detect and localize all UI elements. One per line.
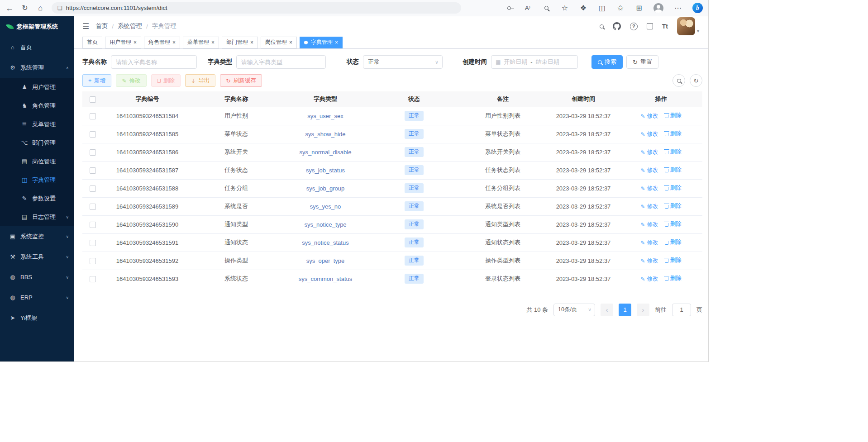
collections-icon[interactable]: ⊞	[635, 5, 643, 12]
reload-icon[interactable]: ↻	[21, 5, 29, 12]
row-delete-link[interactable]: 删除	[665, 184, 682, 192]
sidebar-item-erp[interactable]: ◍ ERP ∨	[0, 287, 74, 308]
breadcrumb-system[interactable]: 系统管理	[118, 22, 142, 30]
row-edit-link[interactable]: ✎修改	[640, 166, 658, 174]
reset-button[interactable]: ↻ 重置	[626, 55, 658, 69]
sidebar-item-tools[interactable]: ⚒ 系统工具 ∨	[0, 247, 74, 267]
next-page-button[interactable]: ›	[637, 304, 649, 316]
header-search-icon[interactable]	[600, 24, 604, 29]
read-aloud-icon[interactable]: A⁾	[524, 5, 532, 11]
row-delete-link[interactable]: 删除	[665, 130, 682, 138]
page-size-select[interactable]: 10条/页 ∨	[553, 304, 595, 316]
close-icon[interactable]: ×	[134, 40, 137, 45]
row-edit-link[interactable]: ✎修改	[640, 275, 658, 283]
sidebar-item-params[interactable]: ✎ 参数设置	[0, 189, 74, 208]
current-page[interactable]: 1	[619, 304, 631, 316]
copilot-icon[interactable]: b	[692, 3, 703, 13]
row-delete-link[interactable]: 删除	[665, 275, 682, 282]
zoom-icon[interactable]	[542, 6, 550, 10]
more-menu-icon[interactable]: ⋯	[674, 5, 682, 12]
split-screen-icon[interactable]: ◫	[598, 5, 606, 12]
dict-type-link[interactable]: sys_common_status	[299, 276, 353, 282]
close-icon[interactable]: ×	[172, 40, 176, 45]
toggle-search-button[interactable]	[672, 74, 685, 87]
row-checkbox[interactable]	[90, 240, 96, 246]
row-checkbox[interactable]	[90, 276, 96, 282]
hamburger-icon[interactable]: ☰	[82, 22, 89, 31]
prev-page-button[interactable]: ‹	[601, 304, 613, 316]
help-icon[interactable]: ?	[630, 23, 638, 30]
row-checkbox[interactable]	[90, 167, 96, 174]
row-checkbox[interactable]	[90, 222, 96, 228]
user-menu[interactable]: ▾	[677, 17, 699, 35]
tab-menus[interactable]: 菜单管理 ×	[183, 37, 219, 48]
close-icon[interactable]: ×	[335, 40, 338, 45]
avatar[interactable]	[677, 17, 695, 35]
tab-users[interactable]: 用户管理 ×	[105, 37, 141, 48]
close-icon[interactable]: ×	[289, 40, 292, 45]
sidebar-item-roles[interactable]: ♞ 角色管理	[0, 96, 74, 115]
sidebar-item-departments[interactable]: ⌥ 部门管理	[0, 133, 74, 152]
tab-departments[interactable]: 部门管理 ×	[222, 37, 258, 48]
row-edit-link[interactable]: ✎修改	[640, 112, 658, 120]
row-edit-link[interactable]: ✎修改	[640, 203, 658, 210]
dict-type-link[interactable]: sys_notice_type	[304, 221, 346, 228]
sidebar-item-menus[interactable]: ≣ 菜单管理	[0, 115, 74, 133]
tab-dict[interactable]: 字典管理 ×	[300, 37, 343, 48]
delete-button[interactable]: 删除	[151, 74, 181, 87]
dict-type-link[interactable]: sys_yes_no	[310, 203, 341, 210]
row-edit-link[interactable]: ✎修改	[640, 257, 658, 265]
tab-roles[interactable]: 角色管理 ×	[144, 37, 180, 48]
refresh-table-button[interactable]: ↻	[690, 74, 702, 87]
close-icon[interactable]: ×	[211, 40, 215, 45]
sidebar-item-bbs[interactable]: ◍ BBS ∨	[0, 267, 74, 287]
sidebar-item-yi[interactable]: ➤ Yi框架	[0, 308, 74, 328]
goto-page-input[interactable]	[672, 304, 691, 316]
sidebar-item-users[interactable]: ♟ 用户管理	[0, 78, 74, 96]
dict-type-link[interactable]: sys_job_group	[306, 185, 345, 192]
row-checkbox[interactable]	[90, 204, 96, 210]
row-delete-link[interactable]: 删除	[665, 257, 682, 264]
row-checkbox[interactable]	[90, 113, 96, 119]
row-edit-link[interactable]: ✎修改	[640, 239, 658, 247]
row-checkbox[interactable]	[90, 258, 96, 264]
row-delete-link[interactable]: 删除	[665, 112, 682, 119]
dict-type-link[interactable]: sys_job_status	[306, 167, 345, 174]
edit-button[interactable]: ✎ 修改	[116, 74, 146, 87]
extensions-icon[interactable]: ❖	[579, 5, 587, 12]
password-key-icon[interactable]	[505, 6, 513, 10]
sidebar-item-system[interactable]: ⚙ 系统管理 ∧	[0, 57, 74, 78]
sidebar-item-monitor[interactable]: ▣ 系统监控 ∨	[0, 226, 74, 247]
row-edit-link[interactable]: ✎修改	[640, 185, 658, 192]
sidebar-item-posts[interactable]: ▤ 岗位管理	[0, 152, 74, 171]
row-checkbox[interactable]	[90, 149, 96, 156]
dict-type-input[interactable]	[236, 55, 326, 69]
browser-home-icon[interactable]: ⌂	[36, 5, 44, 12]
row-checkbox[interactable]	[90, 131, 96, 138]
row-delete-link[interactable]: 删除	[665, 238, 682, 246]
status-select[interactable]: 正常 ∨	[363, 55, 443, 69]
row-checkbox[interactable]	[90, 185, 96, 192]
browser-profile-icon[interactable]	[653, 3, 663, 13]
address-bar[interactable]: ❏ https://ccnetcore.com:1101/system/dict	[52, 2, 461, 14]
dict-type-link[interactable]: sys_show_hide	[305, 131, 346, 138]
back-icon[interactable]: ←	[5, 4, 14, 12]
site-info-icon[interactable]: ❏	[57, 5, 62, 11]
favorites-hub-icon[interactable]: ✩	[616, 5, 625, 12]
row-delete-link[interactable]: 删除	[665, 220, 682, 228]
favorite-star-icon[interactable]: ☆	[561, 5, 569, 12]
sidebar-item-dict[interactable]: ◫ 字典管理	[0, 171, 74, 189]
breadcrumb-home[interactable]: 首页	[95, 22, 108, 30]
font-size-icon[interactable]: Tt	[662, 23, 668, 30]
tab-home[interactable]: 首页	[82, 37, 102, 48]
row-delete-link[interactable]: 删除	[665, 148, 682, 156]
dict-type-link[interactable]: sys_oper_type	[306, 257, 345, 264]
fullscreen-icon[interactable]	[647, 23, 653, 29]
dict-type-link[interactable]: sys_user_sex	[307, 113, 343, 119]
refresh-cache-button[interactable]: ↻ 刷新缓存	[220, 74, 262, 87]
tab-posts[interactable]: 岗位管理 ×	[261, 37, 297, 48]
row-edit-link[interactable]: ✎修改	[640, 221, 658, 228]
dict-name-input[interactable]	[111, 55, 197, 69]
dict-type-link[interactable]: sys_notice_status	[302, 239, 348, 246]
app-logo[interactable]: 意框架管理系统	[0, 16, 74, 37]
